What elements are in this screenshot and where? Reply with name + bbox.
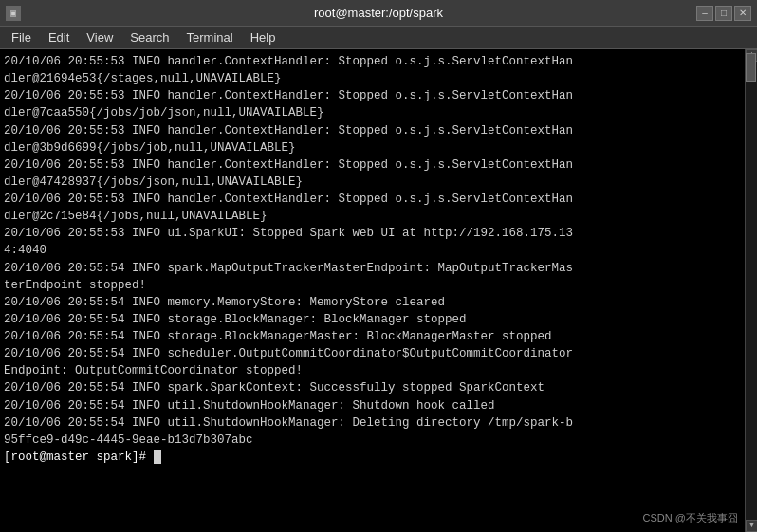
menu-view[interactable]: View (79, 28, 120, 46)
terminal-area[interactable]: 20/10/06 20:55:53 INFO handler.ContextHa… (0, 49, 757, 532)
terminal-line: 20/10/06 20:55:54 INFO util.ShutdownHook… (4, 414, 740, 431)
window-title: root@master:/opt/spark (314, 6, 443, 20)
menu-bar: File Edit View Search Terminal Help (0, 27, 757, 49)
terminal-line: 20/10/06 20:55:53 INFO handler.ContextHa… (4, 191, 740, 208)
scrollbar-thumb[interactable] (746, 53, 756, 82)
terminal-line: 20/10/06 20:55:53 INFO ui.SparkUI: Stopp… (4, 225, 740, 242)
menu-edit[interactable]: Edit (41, 28, 77, 46)
terminal-line: 20/10/06 20:55:54 INFO scheduler.OutputC… (4, 345, 740, 362)
scroll-down-button[interactable]: ▼ (746, 520, 757, 532)
terminal-content: 20/10/06 20:55:53 INFO handler.ContextHa… (4, 53, 740, 466)
terminal-line: 20/10/06 20:55:53 INFO handler.ContextHa… (4, 122, 740, 139)
minimize-button[interactable]: – (696, 6, 713, 21)
terminal-line: terEndpoint stopped! (4, 277, 740, 294)
close-button[interactable]: ✕ (734, 6, 751, 21)
watermark: CSDN @不关我事囧 (643, 511, 738, 526)
title-bar: ▣ root@master:/opt/spark – □ ✕ (0, 0, 757, 27)
terminal-line: 4:4040 (4, 242, 740, 259)
terminal-line: 20/10/06 20:55:53 INFO handler.ContextHa… (4, 156, 740, 174)
terminal-line: 20/10/06 20:55:53 INFO handler.ContextHa… (4, 53, 740, 70)
terminal-line: Endpoint: OutputCommitCoordinator stoppe… (4, 362, 740, 379)
terminal-line: dler@2c715e84{/jobs,null,UNAVAILABLE} (4, 208, 740, 225)
terminal-line: 20/10/06 20:55:54 INFO spark.MapOutputTr… (4, 260, 740, 277)
scrollbar[interactable]: ▲ ▼ (745, 49, 757, 532)
terminal-line: dler@21694e53{/stages,null,UNAVAILABLE} (4, 70, 740, 87)
terminal-line: dler@47428937{/jobs/json,null,UNAVAILABL… (4, 174, 740, 191)
terminal-prompt: [root@master spark]# (4, 449, 740, 466)
maximize-button[interactable]: □ (715, 6, 732, 21)
terminal-line: 95ffce9-d49c-4445-9eae-b13d7b307abc (4, 431, 740, 449)
terminal-line: dler@7caa550{/jobs/job/json,null,UNAVAIL… (4, 104, 740, 121)
terminal-line: 20/10/06 20:55:54 INFO memory.MemoryStor… (4, 294, 740, 311)
title-bar-left: ▣ (6, 6, 21, 21)
menu-help[interactable]: Help (243, 28, 284, 46)
menu-file[interactable]: File (4, 28, 39, 46)
terminal-line: 20/10/06 20:55:54 INFO storage.BlockMana… (4, 328, 740, 345)
menu-search[interactable]: Search (122, 28, 176, 46)
terminal-line: 20/10/06 20:55:54 INFO util.ShutdownHook… (4, 397, 740, 414)
menu-terminal[interactable]: Terminal (179, 28, 241, 46)
window-controls: – □ ✕ (696, 6, 751, 21)
terminal-cursor (154, 450, 161, 464)
terminal-line: 20/10/06 20:55:54 INFO storage.BlockMana… (4, 311, 740, 328)
terminal-line: 20/10/06 20:55:53 INFO handler.ContextHa… (4, 87, 740, 104)
window-icon: ▣ (6, 6, 21, 21)
terminal-line: dler@3b9d6699{/jobs/job,null,UNAVAILABLE… (4, 139, 740, 156)
terminal-line: 20/10/06 20:55:54 INFO spark.SparkContex… (4, 379, 740, 396)
